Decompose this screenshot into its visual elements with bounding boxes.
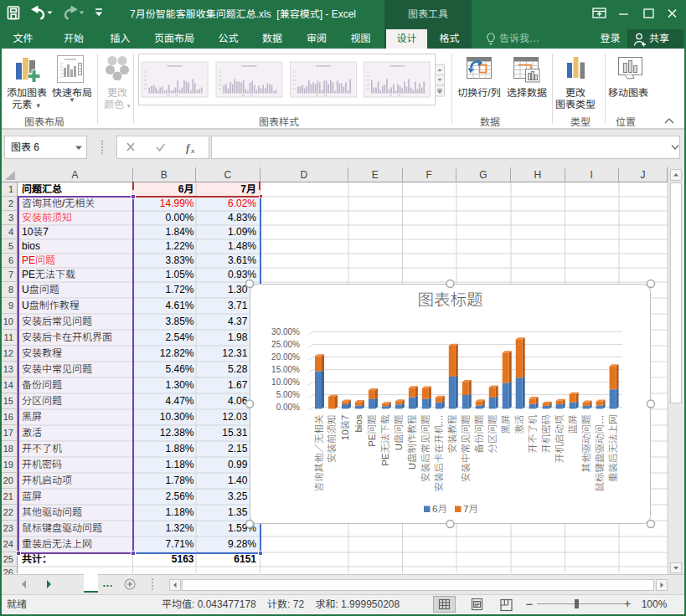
- svg-text:10装7: 10装7: [340, 415, 350, 441]
- svg-text:20.00%: 20.00%: [271, 352, 300, 362]
- svg-text:黑屏: 黑屏: [501, 415, 511, 434]
- svg-text:25.00%: 25.00%: [271, 340, 300, 349]
- svg-text:30.00%: 30.00%: [271, 327, 300, 336]
- svg-text:安装教程: 安装教程: [447, 414, 457, 453]
- svg-text:安装后常见问题: 安装后常见问题: [420, 415, 431, 483]
- svg-text:7月: 7月: [463, 504, 478, 514]
- svg-text:U盘制作教程: U盘制作教程: [407, 414, 417, 470]
- svg-text:15.00%: 15.00%: [271, 365, 300, 374]
- svg-text:x: x: [190, 146, 195, 155]
- svg-text:bios: bios: [353, 414, 364, 432]
- svg-text:5.00%: 5.00%: [276, 390, 300, 399]
- svg-text:开机启动项: 开机启动项: [554, 415, 565, 464]
- svg-text:安装后卡在开机…: 安装后卡在开机…: [434, 415, 444, 492]
- svg-text:0.00%: 0.00%: [276, 403, 300, 412]
- svg-text:其他驱动问题: 其他驱动问题: [581, 415, 591, 473]
- svg-text:图表标题: 图表标题: [417, 290, 482, 309]
- svg-text:咨询其他／无相关: 咨询其他／无相关: [314, 415, 324, 492]
- svg-text:激活: 激活: [514, 415, 524, 434]
- svg-text:10.00%: 10.00%: [271, 377, 300, 387]
- svg-text:PE无法下载: PE无法下载: [380, 415, 390, 466]
- svg-text:开机密码: 开机密码: [541, 415, 551, 454]
- svg-text:鼠标键盘驱动问…: 鼠标键盘驱动问…: [595, 415, 605, 492]
- svg-text:U盘问题: U盘问题: [394, 415, 404, 451]
- svg-text:安装中常见问题: 安装中常见问题: [461, 415, 471, 483]
- svg-text:安装前须知: 安装前须知: [327, 415, 337, 464]
- svg-text:重装后无法上网: 重装后无法上网: [608, 415, 618, 483]
- svg-text:6月: 6月: [432, 504, 447, 514]
- svg-text:PE问题: PE问题: [367, 415, 377, 447]
- svg-text:分区问题: 分区问题: [487, 415, 498, 454]
- svg-text:开不了机: 开不了机: [528, 414, 538, 453]
- svg-text:备份问题: 备份问题: [474, 415, 484, 454]
- svg-text:蓝屏: 蓝屏: [568, 415, 578, 434]
